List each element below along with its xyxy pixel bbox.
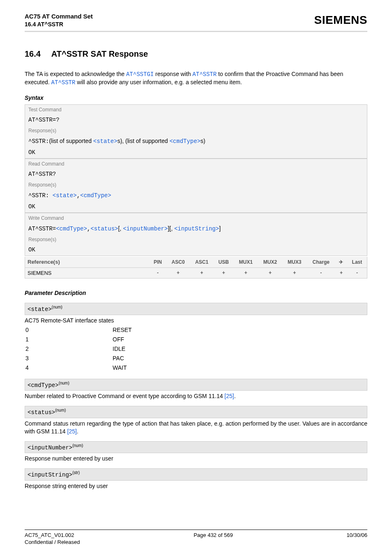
col-usb: USB bbox=[214, 257, 234, 267]
sep: , bbox=[77, 192, 80, 199]
col-airplane: ✈ bbox=[335, 257, 347, 267]
footer-page: Page 432 of 569 bbox=[80, 532, 346, 546]
read-command-label: Read Command bbox=[25, 159, 367, 169]
state-val: OFF bbox=[113, 335, 132, 344]
link-atsstr-2[interactable]: AT^SSTR bbox=[51, 79, 76, 86]
param-inputstring-body: Response string entered by user bbox=[25, 481, 367, 490]
param-desc: AC75 Remote-SAT interface states bbox=[25, 317, 367, 325]
col-mux3: MUX3 bbox=[282, 257, 307, 267]
sep: [, bbox=[118, 225, 123, 232]
state-key: 0 bbox=[25, 326, 112, 334]
param-name: <inputNumber> bbox=[28, 444, 72, 451]
table-row: Reference(s) PIN ASC0 ASC1 USB MUX1 MUX2… bbox=[25, 257, 367, 267]
param-desc-heading: Parameter Description bbox=[25, 289, 367, 297]
read-response: ^SSTR: <state>,<cmdType> bbox=[25, 190, 367, 201]
test-command: AT^SSTR=? bbox=[25, 115, 367, 126]
footer-date: 10/30/06 bbox=[346, 532, 367, 546]
col-pin: PIN bbox=[149, 257, 166, 267]
sep: , bbox=[87, 226, 90, 232]
responses-label-3: Response(s) bbox=[25, 235, 367, 244]
state-key: 4 bbox=[25, 364, 112, 372]
state-key: 2 bbox=[25, 345, 112, 353]
link-cmdtype-3[interactable]: <cmdType> bbox=[56, 226, 87, 232]
state-table: 0RESET 1OFF 2IDLE 3PAC 4WAIT bbox=[25, 325, 133, 373]
param-inputnumber-body: Response number entered by user bbox=[25, 453, 367, 463]
write-command: AT^SSTR=<cmdType>,<status>[, <inputNumbe… bbox=[25, 223, 367, 235]
ref-vendor: SIEMENS bbox=[25, 267, 150, 279]
param-cmdtype-body: Number related to Proactive Command or e… bbox=[25, 391, 367, 400]
param-inputnumber: <inputNumber>(num) bbox=[25, 441, 367, 454]
ref-val: - bbox=[149, 267, 166, 279]
link-cmdtype[interactable]: <cmdType> bbox=[169, 138, 201, 145]
header-left: AC75 AT Command Set 16.4 AT^SSTR bbox=[25, 12, 93, 28]
state-val: PAC bbox=[113, 354, 132, 363]
state-key: 1 bbox=[25, 335, 112, 344]
link-state-2[interactable]: <state> bbox=[53, 192, 77, 199]
table-row: 4WAIT bbox=[25, 364, 132, 372]
ref-val: - bbox=[307, 267, 335, 279]
col-last: Last bbox=[347, 257, 367, 267]
param-type: (num) bbox=[59, 381, 69, 385]
sep: ][, bbox=[168, 225, 174, 232]
param-name: <state> bbox=[28, 306, 52, 313]
section-number: 16.4 bbox=[25, 48, 49, 60]
param-name: <cmdType> bbox=[28, 382, 59, 389]
param-name: <inputString> bbox=[28, 472, 72, 478]
param-desc: Number related to Proactive Command or e… bbox=[25, 393, 224, 399]
resp-prefix: ^SSTR: bbox=[28, 138, 49, 145]
param-desc: . bbox=[77, 428, 78, 435]
link-atsstr[interactable]: AT^SSTR bbox=[192, 71, 217, 78]
param-type: (str) bbox=[72, 470, 80, 475]
ref-label: Reference(s) bbox=[25, 257, 150, 267]
link-inputstring[interactable]: <inputString> bbox=[174, 226, 219, 232]
param-cmdtype: <cmdType>(num) bbox=[25, 379, 367, 391]
ref-val: + bbox=[258, 267, 282, 279]
state-val: WAIT bbox=[113, 364, 132, 372]
ref-link-25[interactable]: [25] bbox=[224, 393, 234, 399]
param-type: (num) bbox=[52, 305, 62, 309]
page-header: AC75 AT Command Set 16.4 AT^SSTR SIEMENS bbox=[25, 12, 367, 32]
responses-label-2: Response(s) bbox=[25, 180, 367, 190]
syntax-box: Test Command AT^SSTR=? Response(s) ^SSTR… bbox=[25, 104, 367, 256]
responses-label: Response(s) bbox=[25, 126, 367, 136]
section-name: AT^SSTR SAT Response bbox=[51, 49, 148, 58]
read-command: AT^SSTR? bbox=[25, 169, 367, 180]
link-inputnumber[interactable]: <inputNumber> bbox=[123, 226, 168, 232]
table-row: 0RESET bbox=[25, 326, 132, 334]
link-status[interactable]: <status> bbox=[90, 226, 118, 232]
ref-val: - bbox=[347, 267, 367, 279]
sep: ] bbox=[219, 225, 221, 232]
link-atsstgi[interactable]: AT^SSTGI bbox=[126, 71, 154, 78]
col-mux1: MUX1 bbox=[234, 257, 258, 267]
ref-val: + bbox=[282, 267, 307, 279]
ref-val: + bbox=[234, 267, 258, 279]
param-type: (num) bbox=[55, 408, 66, 412]
link-state[interactable]: <state> bbox=[93, 138, 118, 145]
page-footer: AC75_ATC_V01.002 Confidential / Released… bbox=[25, 530, 367, 546]
ref-val: + bbox=[166, 267, 190, 279]
param-state-body: AC75 Remote-SAT interface states 0RESET … bbox=[25, 315, 367, 373]
test-command-label: Test Command bbox=[25, 105, 367, 115]
table-row: SIEMENS - + + + + + + - + - bbox=[25, 267, 367, 279]
link-cmdtype-2[interactable]: <cmdType> bbox=[80, 192, 111, 199]
ref-val: + bbox=[335, 267, 347, 279]
ok-text-3: OK bbox=[25, 244, 367, 256]
resp-text: s), (list of supported bbox=[118, 138, 170, 144]
footer-version: AC75_ATC_V01.002 bbox=[25, 532, 80, 539]
intro-text: will also provide any user information, … bbox=[75, 79, 242, 85]
col-mux2: MUX2 bbox=[258, 257, 282, 267]
param-inputstring: <inputString>(str) bbox=[25, 468, 367, 481]
section-heading: 16.4 AT^SSTR SAT Response bbox=[25, 48, 367, 60]
intro-text: response with bbox=[154, 71, 192, 77]
ref-val: + bbox=[214, 267, 234, 279]
table-row: 2IDLE bbox=[25, 345, 132, 353]
doc-subtitle: 16.4 AT^SSTR bbox=[25, 21, 93, 28]
resp-text: (list of supported bbox=[49, 138, 93, 144]
write-command-label: Write Command bbox=[25, 213, 367, 223]
ref-link-25-2[interactable]: [25] bbox=[67, 428, 77, 435]
intro-paragraph: The TA is expected to acknowledge the AT… bbox=[25, 70, 367, 87]
ok-text: OK bbox=[25, 147, 367, 158]
footer-confidential: Confidential / Released bbox=[25, 539, 80, 546]
resp-text: s) bbox=[201, 138, 205, 144]
col-charge: Charge bbox=[307, 257, 335, 267]
